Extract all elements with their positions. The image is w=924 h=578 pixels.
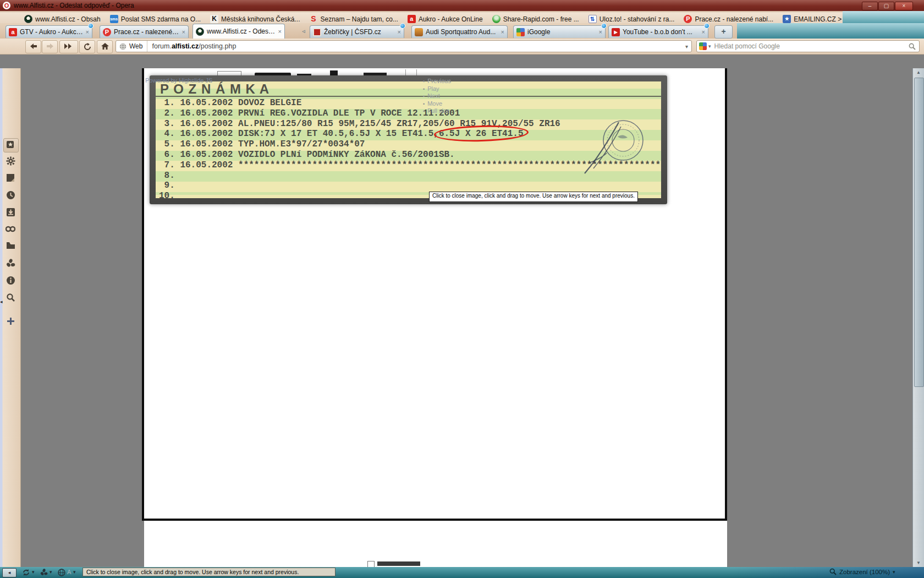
search-panel-icon[interactable] (6, 293, 15, 303)
info-icon[interactable] (6, 276, 15, 286)
reload-button[interactable] (79, 40, 95, 53)
status-text: Click to close image, click and drag to … (82, 568, 336, 576)
tab-audi[interactable]: Audi Sportquattro Aud... × (411, 25, 508, 38)
lightbox-play[interactable]: •Play (423, 85, 451, 93)
address-dropdown-icon[interactable]: ▾ (685, 43, 688, 50)
search-icon[interactable] (909, 43, 916, 50)
new-tab-button[interactable]: + (714, 25, 733, 39)
tab-close-icon[interactable]: × (702, 29, 705, 35)
unite-dropdown-icon[interactable]: ▾ (50, 569, 52, 575)
tab-label: GTV - Aukro - Aukce O... (20, 28, 84, 36)
bookmark-sms[interactable]: smsPoslat SMS zdarma na O... (110, 15, 201, 23)
links-icon[interactable] (6, 225, 15, 235)
scrollbar-thumb[interactable] (914, 78, 924, 387)
history-icon[interactable] (6, 190, 15, 200)
lightbox-fullsize[interactable]: •Full size (423, 107, 451, 115)
opera-browser-window: O www.Alfisti.cz - Odeslat odpověď - Ope… (0, 0, 924, 578)
tab-igoogle[interactable]: iGoogle × (513, 25, 606, 38)
scroll-down-icon[interactable]: ▼ (913, 560, 924, 565)
sync-dropdown-icon[interactable]: ▾ (32, 569, 35, 575)
tab-prace[interactable]: P Prace.cz - nalezené na... × (100, 25, 189, 38)
zoom-control[interactable]: Zobrazení (100%) ▾ (829, 568, 895, 575)
notes-icon[interactable] (6, 173, 15, 183)
search-field[interactable]: ▾ (696, 40, 920, 52)
tab-label: YouTube - b.o.b don't ... (623, 28, 700, 36)
aukro-favicon: a (408, 15, 416, 23)
unite-fan-icon[interactable] (6, 259, 15, 269)
lightbox-previous[interactable]: •Previous (423, 78, 451, 85)
bookmark-ulozto[interactable]: ⇅Uloz.to! - stahování z ra... (588, 15, 675, 23)
tab-alfisti-active[interactable]: www.Alfisti.cz - Odesla... × (193, 24, 285, 39)
document-scan[interactable]: P O Z N Á M K A 1. 16.05.2002 DOVOZ BELG… (156, 81, 661, 198)
bookmark-sharerapid[interactable]: Share-Rapid.com - free ... (492, 15, 579, 23)
google-icon (699, 42, 707, 50)
tab-close-icon[interactable]: × (599, 29, 602, 35)
doc-row-6: 6. 16.05.2002 VOZIDLO PLNí PODMíNKY ZáKO… (159, 150, 455, 160)
ulozto-favicon: ⇅ (588, 15, 597, 23)
forward-button[interactable] (42, 40, 58, 53)
widgets-icon[interactable] (6, 156, 15, 166)
knihovna-favicon: K (210, 15, 218, 23)
tab-csfd[interactable]: Žebříčky | ČSFD.cz × (310, 25, 404, 38)
lightbox-image[interactable]: Powered by Highslide JS P O Z N Á M K A … (150, 75, 667, 204)
back-button[interactable] (25, 40, 41, 53)
turbo-globe-icon[interactable] (58, 569, 65, 578)
sync-icon[interactable] (22, 569, 30, 578)
tab-close-icon[interactable]: × (86, 29, 89, 35)
minimize-button[interactable]: – (862, 2, 878, 10)
tab-youtube[interactable]: ▶ YouTube - b.o.b don't ... × (608, 25, 708, 38)
aukro-favicon: a (9, 28, 17, 36)
turbo-a-label: A (67, 569, 71, 575)
highslide-credits[interactable]: Powered by Highslide JS (145, 77, 212, 84)
maximize-button[interactable]: ▢ (878, 2, 894, 10)
doc-row-4-text: 4. 16.05.2002 DISK:7J X 17 ET 40.5,6.5J … (159, 129, 439, 139)
panel-collapse-arrow[interactable]: ◂ (0, 299, 3, 304)
address-field[interactable]: Web forum.alfisti.cz/posting.php ▾ (116, 40, 692, 52)
tab-label: Audi Sportquattro Aud... (426, 28, 499, 36)
sms-favicon: sms (110, 15, 118, 23)
bookmark-alfisti[interactable]: www.Alfisti.cz - Obsah (24, 15, 101, 23)
vertical-scrollbar[interactable]: ▲ ▼ (912, 68, 924, 567)
add-panel-icon[interactable] (6, 317, 15, 327)
close-button[interactable]: × (895, 2, 913, 10)
home-button[interactable] (97, 40, 113, 53)
alfisti-favicon (196, 28, 204, 36)
unite-icon[interactable] (40, 569, 48, 578)
tab-label: Prace.cz - nalezené na... (114, 28, 180, 36)
status-panel-toggle-button[interactable]: ◂ (2, 568, 16, 577)
tab-close-icon[interactable]: × (398, 29, 401, 35)
doc-row-9: 9. (159, 181, 175, 191)
opera-logo-icon: O (3, 2, 10, 9)
bookmarks-panel-button[interactable] (3, 138, 19, 152)
search-input[interactable] (713, 42, 909, 51)
lightbox-move[interactable]: •Move (423, 100, 451, 108)
web-badge-label: Web (129, 42, 142, 50)
folder-icon[interactable] (6, 242, 15, 252)
lightbox-next[interactable]: •Next (423, 92, 451, 100)
search-engine-selector[interactable]: ▾ (697, 42, 713, 50)
url-text[interactable]: forum.alfisti.cz/posting.php (152, 42, 685, 50)
bookmark-knihovna[interactable]: KMěstská knihovna Česká... (210, 15, 300, 23)
site-badge[interactable]: Web (116, 41, 147, 52)
tab-notification-dot (704, 23, 710, 29)
tab-close-icon[interactable]: × (278, 28, 282, 35)
turbo-dropdown-icon[interactable]: ▾ (73, 569, 76, 575)
downloads-icon[interactable] (6, 208, 15, 217)
emailing-favicon: ★ (783, 15, 791, 23)
zoom-label: Zobrazení (100%) (839, 569, 890, 575)
url-domain: alfisti.cz (172, 42, 199, 50)
prace-favicon: P (103, 28, 111, 36)
tab-aukro[interactable]: a GTV - Aukro - Aukce O... × (6, 25, 92, 38)
tab-label: www.Alfisti.cz - Odesla... (207, 28, 276, 35)
tab-scroll-left-icon[interactable]: ◃ (302, 28, 305, 35)
bookmark-aukro[interactable]: aAukro - Aukce OnLine (408, 15, 483, 23)
scroll-up-icon[interactable]: ▲ (913, 70, 924, 75)
panel-sidebar (0, 68, 21, 567)
page-frame-right (725, 68, 727, 521)
igoogle-favicon (516, 28, 525, 36)
bookmark-prace[interactable]: PPrace.cz - nalezené nabí... (684, 15, 773, 23)
tab-close-icon[interactable]: × (501, 29, 504, 35)
tab-close-icon[interactable]: × (182, 29, 185, 35)
bookmark-seznam[interactable]: SSeznam – Najdu tam, co... (310, 15, 398, 23)
fast-forward-button[interactable] (59, 40, 78, 53)
